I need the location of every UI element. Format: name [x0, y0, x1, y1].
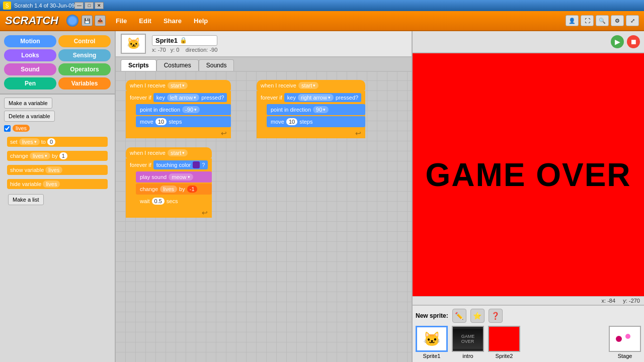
sprite-thumb-sprite1[interactable]: 🐱	[416, 326, 448, 352]
resize-icon[interactable]: ⤢	[626, 15, 639, 26]
change-lives-block[interactable]: change lives by -1	[136, 184, 212, 195]
sound-val[interactable]: meow	[169, 173, 193, 180]
right-toolbar: 👤 ⛶ 🔍 ⚙ ⤢	[566, 15, 639, 26]
forever-if-footer-3: ↩	[126, 207, 212, 218]
point-label-1: point in direction	[140, 107, 180, 113]
script-group-1: when I receive start forever if key left…	[126, 80, 231, 138]
category-control[interactable]: Control	[58, 35, 111, 47]
receive-val-2[interactable]: start	[298, 82, 318, 89]
move-block-1[interactable]: move 10 steps	[136, 116, 231, 127]
sprite-thumb-intro[interactable]: GAMEOVER	[452, 326, 484, 352]
stage-x-coord: x: -84	[602, 298, 616, 304]
sprite-item-intro[interactable]: GAMEOVER intro intro (Scripts: 2)	[452, 326, 484, 359]
tab-scripts[interactable]: Scripts	[121, 59, 156, 71]
surprise-sprite-button[interactable]: ⭐	[470, 309, 485, 323]
tab-costumes[interactable]: Costumes	[156, 59, 199, 71]
when-label-3: when I receive	[130, 150, 166, 156]
x-value: -70	[158, 47, 166, 53]
main-area: Motion Control Looks Sensing Sound Opera…	[0, 31, 644, 362]
category-sound[interactable]: Sound	[4, 63, 56, 75]
zoom-in-icon[interactable]: 🔍	[596, 15, 609, 26]
scratch-logo: SCRATCH	[5, 14, 58, 27]
help-menu-item[interactable]: Help	[192, 16, 210, 26]
save-icon[interactable]: 💾	[82, 15, 93, 26]
minimize-button[interactable]: —	[74, 2, 84, 9]
category-sensing[interactable]: Sensing	[58, 49, 111, 61]
receive-val-3[interactable]: start	[168, 149, 188, 156]
scripts-canvas[interactable]: when I receive start forever if key left…	[116, 72, 412, 362]
delete-variable-button[interactable]: Delete a variable	[4, 111, 55, 122]
forever-if-block-3[interactable]: forever if touching color ? play sound m…	[126, 158, 212, 218]
stage-thumb[interactable]	[609, 326, 641, 352]
receive-val-1[interactable]: start	[168, 82, 188, 89]
direction-value: -90	[209, 47, 217, 53]
app-icon: S	[3, 2, 11, 10]
edit-menu-item[interactable]: Edit	[137, 16, 153, 26]
hide-variable-block[interactable]: hide variable lives	[7, 179, 108, 189]
stage-panel: ▶ ⏹ GAME OVER x: -84 y: -270 New sprite:…	[413, 31, 644, 362]
hide-var[interactable]: lives	[43, 180, 60, 188]
share-menu-item[interactable]: Share	[162, 16, 184, 26]
set-var-dropdown[interactable]: lives	[19, 138, 40, 145]
export-icon[interactable]: 📤	[95, 15, 106, 26]
forever-if-block-1[interactable]: forever if key left arrow pressed? point…	[126, 91, 231, 138]
settings-icon[interactable]: ⚙	[611, 15, 624, 26]
sprite1-label: Sprite1	[423, 353, 441, 359]
user-icon[interactable]: 👤	[566, 15, 579, 26]
script-group-3: when I receive start forever if touching…	[126, 147, 212, 218]
sprite-item-sprite1[interactable]: 🐱 Sprite1	[416, 326, 448, 359]
globe-icon[interactable]	[66, 15, 78, 27]
close-button[interactable]: ✕	[95, 2, 104, 9]
sprite-info: Sprite1 🔒 x: -70 y: 0 direction: -90	[152, 35, 217, 53]
lives-checkbox[interactable]	[4, 125, 11, 132]
sprite-item-sprite2[interactable]: Sprite2	[488, 326, 520, 359]
when-receive-block-2[interactable]: when I receive start	[257, 80, 365, 91]
category-pen[interactable]: Pen	[4, 77, 56, 89]
change-lives-block[interactable]: change lives by 1	[7, 151, 108, 161]
tab-sounds[interactable]: Sounds	[199, 59, 234, 71]
make-list-button[interactable]: Make a list	[8, 194, 44, 205]
change-val-3: -1	[187, 186, 197, 193]
key-val-1[interactable]: left arrow	[167, 94, 199, 101]
change-var-dropdown[interactable]: lives	[30, 152, 50, 159]
make-variable-button[interactable]: Make a variable	[4, 98, 52, 109]
fullscreen-icon[interactable]: ⛶	[581, 15, 594, 26]
forever-if-label-3: forever if	[130, 162, 151, 168]
from-file-sprite-button[interactable]: ❓	[489, 309, 503, 323]
question-mark: ?	[202, 162, 205, 168]
show-variable-block[interactable]: show variable lives	[7, 165, 108, 175]
play-sound-block[interactable]: play sound meow	[136, 171, 212, 183]
direction-label: direction:	[186, 47, 208, 53]
set-val: 0	[47, 138, 55, 145]
stop-button[interactable]: ⏹	[627, 35, 640, 48]
category-variables[interactable]: Variables	[58, 77, 111, 89]
when-receive-block-3[interactable]: when I receive start	[126, 147, 212, 158]
green-flag-button[interactable]: ▶	[611, 35, 624, 48]
stage-thumb-item[interactable]: Stage	[609, 326, 641, 359]
point-direction-block-1[interactable]: point in direction -90	[136, 104, 231, 115]
color-swatch[interactable]	[193, 161, 200, 168]
when-receive-block-1[interactable]: when I receive start	[126, 80, 231, 91]
file-menu-item[interactable]: File	[114, 16, 129, 26]
forever-if-block-2[interactable]: forever if key right arrow pressed? poin…	[257, 91, 365, 138]
set-lives-block[interactable]: set lives to 0	[7, 137, 108, 147]
by-label-3: by	[179, 186, 185, 192]
change-var-3[interactable]: lives	[160, 186, 177, 193]
key-val-2[interactable]: right arrow	[298, 94, 334, 101]
wait-block[interactable]: wait 0.5 secs	[136, 196, 212, 207]
forever-if-header-1: forever if key left arrow pressed?	[126, 91, 231, 104]
show-var[interactable]: lives	[45, 166, 62, 173]
maximize-button[interactable]: □	[85, 2, 94, 9]
sprite-coords: x: -70 y: 0 direction: -90	[152, 47, 217, 53]
point-label-2: point in direction	[271, 107, 311, 113]
category-motion[interactable]: Motion	[4, 35, 56, 47]
sprite-thumb-sprite2[interactable]	[488, 326, 520, 352]
category-operators[interactable]: Operators	[58, 63, 111, 75]
point-val-1[interactable]: -90	[182, 106, 200, 113]
point-direction-block-2[interactable]: point in direction 90	[267, 104, 365, 115]
move-block-2[interactable]: move 10 steps	[267, 116, 365, 127]
point-val-2[interactable]: 90	[313, 106, 329, 113]
script-tabs: Scripts Costumes Sounds	[116, 57, 412, 72]
paint-sprite-button[interactable]: ✏️	[452, 309, 466, 323]
category-looks[interactable]: Looks	[4, 49, 56, 61]
